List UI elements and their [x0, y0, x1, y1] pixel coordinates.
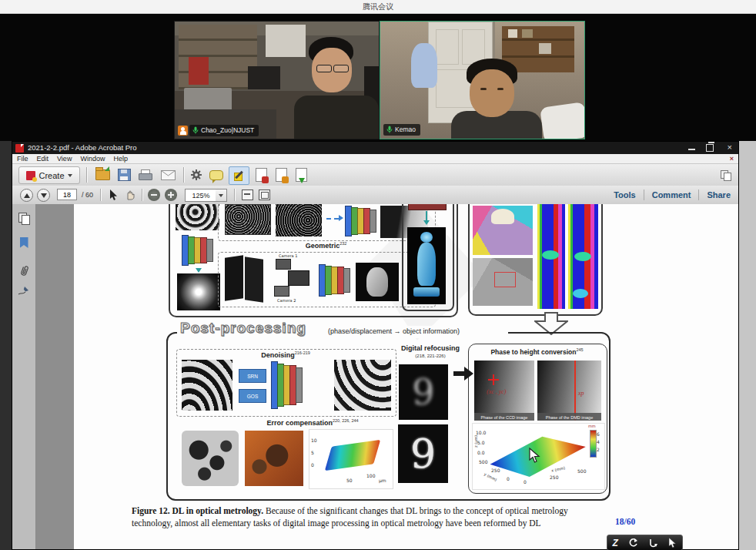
hand-tool-button[interactable]: [123, 188, 137, 202]
video-feed-participant-1[interactable]: [174, 21, 380, 139]
page-number-input[interactable]: [57, 189, 77, 200]
figure-caption-line-1: Figure 12. DL in optical metrology. Beca…: [132, 506, 568, 515]
red-doc-icon: [256, 168, 267, 182]
colorbar-tick: 6: [597, 431, 600, 437]
share-button[interactable]: Share: [707, 190, 731, 200]
signatures-panel-button[interactable]: [16, 283, 32, 298]
minus-icon: [151, 194, 157, 196]
x-tick: 500: [577, 468, 586, 474]
download-doc-button[interactable]: [293, 167, 309, 183]
undo-arrow-icon[interactable]: [628, 538, 638, 548]
bookmarks-panel-button[interactable]: [16, 235, 32, 250]
video-feed-participant-2[interactable]: [380, 21, 585, 139]
document-close-icon[interactable]: ×: [730, 155, 734, 163]
y-axis-label: y (mm): [483, 471, 498, 482]
x-tick: 250: [550, 475, 558, 480]
z-tick: 0.0: [477, 450, 485, 455]
blue-arrowhead-icon: [339, 215, 343, 221]
zoom-level-value[interactable]: 125%: [185, 189, 217, 202]
two-pages-icon: [721, 170, 731, 179]
statue-3d-image: [407, 227, 446, 304]
save-button[interactable]: [115, 167, 132, 183]
window-title: 2021-2-2.pdf - Adobe Acrobat Pro: [28, 143, 137, 152]
minimize-button[interactable]: [688, 149, 695, 150]
x-axis-label: x (mm): [551, 465, 566, 473]
shelf-line-2: [502, 55, 574, 58]
close-button[interactable]: ×: [728, 143, 732, 152]
paperclip-icon: [19, 264, 29, 277]
nametag-participant-1: Chao_Zuo|NJUST: [178, 125, 259, 136]
hanging-blue-shirt: [411, 43, 437, 88]
redo-arrow-icon[interactable]: [648, 538, 658, 548]
window-body: Geometric232 Camera 1 Camera 2: [12, 204, 738, 549]
z-axis-label: z (μm): [473, 435, 478, 448]
participant-2-face: [470, 69, 514, 117]
next-page-button[interactable]: [37, 189, 50, 202]
print-button[interactable]: [136, 167, 153, 183]
fit-page-button[interactable]: [257, 188, 271, 202]
cnn-stack-b1: [345, 206, 379, 236]
toolbar-panels-button[interactable]: [718, 168, 732, 182]
digit-9-blurred: 9: [412, 371, 434, 413]
speckle-image-1: [225, 204, 271, 235]
cnn-stack-a: [182, 235, 219, 266]
pages-panel-button[interactable]: [16, 210, 32, 226]
menu-edit[interactable]: Edit: [37, 155, 49, 163]
sem-blob-image: [182, 431, 239, 486]
share-left-band: [0, 141, 12, 550]
previous-page-button[interactable]: [20, 189, 33, 202]
comment-bubble-button[interactable]: [208, 167, 225, 183]
zoom-logo[interactable]: Z: [613, 538, 618, 548]
attachments-panel-button[interactable]: [16, 263, 32, 278]
face-panel-2: [245, 257, 263, 302]
denoising-label: Denoising216-219: [176, 350, 395, 359]
create-label: Create: [38, 171, 64, 180]
email-button[interactable]: [158, 167, 178, 183]
fit-width-button[interactable]: [240, 188, 254, 202]
error-plot-unit: μm: [379, 478, 386, 483]
printer-icon: [139, 169, 152, 180]
create-button[interactable]: Create: [18, 166, 80, 184]
acrobat-titlebar[interactable]: 2021-2-2.pdf - Adobe Acrobat Pro ×: [12, 142, 738, 154]
menu-bar: File Edit View Window Help ×: [12, 154, 738, 164]
pdf-page: Geometric232 Camera 1 Camera 2: [74, 204, 738, 549]
screen: 腾讯会议: [0, 0, 756, 550]
settings-button[interactable]: [188, 167, 205, 183]
ccd-caption: Phase of the CCD image: [474, 415, 534, 420]
phase-map-image-1: [537, 204, 565, 309]
chevron-down-icon: [219, 194, 223, 197]
zoom-dropdown-button[interactable]: [216, 189, 227, 202]
room-red-poster: [189, 57, 209, 85]
tools-button[interactable]: Tools: [614, 190, 636, 200]
highlight-tool-button-selected[interactable]: [229, 166, 249, 185]
ccd-point-label: (xc , yc): [487, 388, 507, 395]
participant-2-eye-left: [480, 88, 487, 90]
open-file-button[interactable]: [94, 167, 111, 183]
error-plot-xtick: 100: [366, 473, 375, 478]
menu-window[interactable]: Window: [80, 155, 105, 163]
green-arrow-doc-icon: [296, 168, 307, 182]
ccd-phase-image: (xc , yc) Phase of the CCD image: [474, 361, 534, 421]
select-tool-button[interactable]: [106, 188, 120, 202]
envelope-icon: [161, 170, 176, 180]
y-tick: 250: [491, 468, 500, 473]
convert-doc-button[interactable]: [273, 167, 289, 183]
pointer-tool-icon[interactable]: [668, 538, 677, 548]
export-pdf-button[interactable]: [253, 167, 269, 183]
document-area[interactable]: Geometric232 Camera 1 Camera 2: [36, 204, 738, 549]
colorbar-unit: mm: [588, 424, 596, 428]
zoom-in-button[interactable]: [165, 189, 177, 201]
menu-help[interactable]: Help: [113, 155, 128, 163]
zoom-out-button[interactable]: [148, 189, 160, 201]
participant-2-name: Kemao: [395, 126, 416, 133]
mouse-cursor: [529, 448, 540, 464]
restore-button[interactable]: [706, 144, 714, 152]
menu-view[interactable]: View: [57, 155, 72, 163]
glasses-left-lens: [316, 65, 332, 72]
color-fringe-scene-image: [473, 206, 533, 255]
dmd-phase-image: xp Phase of the DMD image: [537, 361, 601, 421]
comment-button[interactable]: Comment: [652, 190, 691, 200]
microphone-icon: [386, 126, 393, 133]
menu-file[interactable]: File: [17, 155, 28, 163]
shelf-item-1: [508, 29, 517, 38]
